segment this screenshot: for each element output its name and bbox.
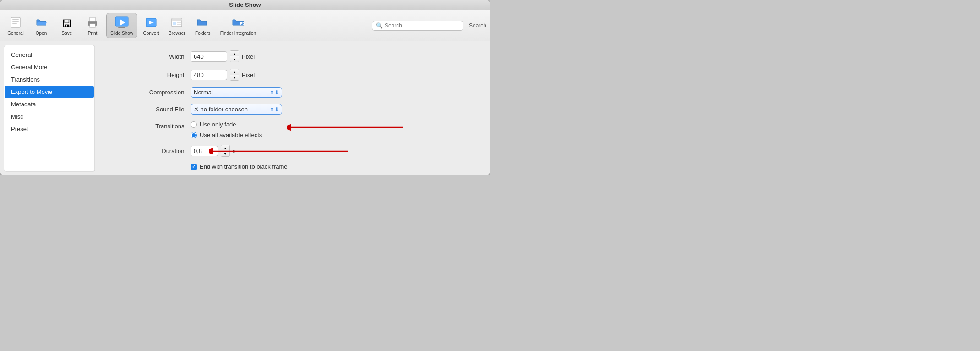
sidebar-item-general[interactable]: General — [5, 49, 94, 61]
height-label: Height: — [117, 71, 186, 78]
checkbox-row: End with transition to black frame — [117, 163, 472, 170]
width-up-button[interactable]: ▲ — [230, 51, 239, 56]
toolbar-item-print[interactable]: Print — [81, 13, 104, 38]
svg-text:EXT: EXT — [240, 22, 245, 26]
toolbar-label-convert: Convert — [143, 31, 159, 36]
height-row: Height: ▲ ▼ Pixel — [117, 69, 472, 81]
print-icon — [85, 15, 100, 30]
height-input-group: ▲ ▼ Pixel — [191, 69, 255, 81]
svg-text:🖫: 🖫 — [62, 18, 72, 29]
toolbar-item-convert[interactable]: Convert — [139, 13, 163, 38]
sound-file-select[interactable]: ✕ no folder choosen ⬆⬇ — [191, 104, 282, 115]
svg-rect-15 — [173, 22, 176, 25]
toolbar-item-finder[interactable]: EXT Finder Integration — [217, 13, 260, 38]
transitions-radio-group: Use only fade Use all available effects — [191, 121, 262, 138]
general-icon — [8, 15, 23, 30]
sidebar-item-misc[interactable]: Misc — [5, 110, 94, 123]
width-label: Width: — [117, 53, 186, 60]
end-black-frame-row: End with transition to black frame — [191, 163, 287, 170]
duration-down-button[interactable]: ▼ — [221, 151, 229, 156]
sidebar-item-general-more[interactable]: General More — [5, 61, 94, 73]
sidebar-item-transitions[interactable]: Transitions — [5, 73, 94, 86]
toolbar-label-save: Save — [62, 31, 72, 36]
search-icon: 🔍 — [376, 22, 383, 29]
width-down-button[interactable]: ▼ — [230, 56, 239, 62]
sidebar-item-metadata[interactable]: Metadata — [5, 98, 94, 110]
svg-rect-0 — [11, 17, 20, 27]
width-row: Width: ▲ ▼ Pixel — [117, 50, 472, 62]
sound-file-row: Sound File: ✕ no folder choosen ⬆⬇ — [117, 104, 472, 115]
duration-up-button[interactable]: ▲ — [221, 145, 229, 151]
open-icon — [34, 15, 49, 30]
width-input-group: ▲ ▼ Pixel — [191, 50, 255, 62]
compression-value: Normal — [194, 89, 213, 96]
duration-row: Duration: ▲ ▼ s — [117, 145, 472, 157]
search-input[interactable] — [385, 22, 459, 29]
svg-rect-6 — [90, 17, 95, 21]
sound-file-arrows-icon: ⬆⬇ — [270, 106, 279, 113]
finder-icon: EXT — [231, 15, 245, 30]
toolbar-item-save[interactable]: 🖫 Save — [55, 13, 79, 38]
transition-all-radio[interactable] — [191, 132, 197, 138]
transition-all-row: Use all available effects — [191, 132, 262, 138]
width-stepper[interactable]: ▲ ▼ — [230, 50, 239, 62]
arrow-annotation-1 — [287, 122, 406, 135]
compression-label: Compression: — [117, 89, 186, 96]
compression-input-group: Normal ⬆⬇ — [191, 87, 282, 98]
duration-label: Duration: — [117, 148, 186, 154]
app-window: Slide Show General Open 🖫 Save — [0, 0, 490, 176]
toolbar-item-open[interactable]: Open — [29, 13, 53, 38]
width-field[interactable] — [191, 51, 227, 62]
toolbar-label-slideshow: Slide Show — [110, 31, 133, 36]
compression-select[interactable]: Normal ⬆⬇ — [191, 87, 282, 98]
sidebar-item-export-to-movie[interactable]: Export to Movie — [5, 86, 94, 98]
duration-stepper[interactable]: ▲ ▼ — [221, 145, 230, 157]
svg-rect-3 — [12, 23, 17, 24]
convert-icon — [144, 15, 158, 30]
search-box[interactable]: 🔍 — [372, 21, 463, 31]
sidebar-item-preset[interactable]: Preset — [5, 123, 94, 135]
transition-all-label: Use all available effects — [200, 132, 262, 138]
browser-icon — [169, 15, 184, 30]
end-black-frame-checkbox[interactable] — [191, 164, 197, 170]
search-label: Search — [469, 22, 486, 29]
transition-fade-radio[interactable] — [191, 121, 197, 128]
slideshow-icon — [114, 15, 129, 30]
toolbar-item-slideshow[interactable]: Slide Show — [106, 13, 137, 38]
svg-rect-1 — [12, 19, 19, 20]
toolbar-label-print: Print — [88, 31, 98, 36]
duration-unit: s — [233, 148, 236, 154]
toolbar-label-open: Open — [36, 31, 47, 36]
toolbar-item-general[interactable]: General — [4, 13, 27, 38]
compression-row: Compression: Normal ⬆⬇ — [117, 87, 472, 98]
title-bar: Slide Show — [0, 0, 490, 10]
svg-rect-10 — [118, 27, 125, 28]
svg-rect-17 — [177, 24, 181, 25]
toolbar-item-browser[interactable]: Browser — [165, 13, 189, 38]
sound-file-input-group: ✕ no folder choosen ⬆⬇ — [191, 104, 282, 115]
toolbar-item-folders[interactable]: Folders — [191, 13, 215, 38]
compression-arrows-icon: ⬆⬇ — [270, 89, 279, 96]
height-field[interactable] — [191, 70, 227, 80]
save-icon: 🖫 — [60, 15, 74, 30]
end-black-frame-label: End with transition to black frame — [200, 163, 287, 170]
toolbar-label-folders: Folders — [195, 31, 210, 36]
sound-file-label: Sound File: — [117, 106, 186, 113]
height-unit: Pixel — [242, 71, 255, 78]
transitions-label: Transitions: — [117, 121, 186, 130]
transition-fade-row: Use only fade — [191, 121, 262, 128]
height-stepper[interactable]: ▲ ▼ — [230, 69, 239, 81]
sound-file-value: ✕ no folder choosen — [194, 106, 248, 113]
height-down-button[interactable]: ▼ — [230, 75, 239, 80]
duration-field[interactable] — [191, 146, 218, 156]
height-up-button[interactable]: ▲ — [230, 69, 239, 75]
folders-icon — [196, 15, 210, 30]
width-unit: Pixel — [242, 53, 255, 60]
toolbar: General Open 🖫 Save Print — [0, 10, 490, 41]
svg-rect-7 — [90, 24, 95, 27]
svg-rect-14 — [172, 18, 182, 21]
transition-fade-label: Use only fade — [200, 121, 236, 128]
svg-rect-2 — [12, 21, 19, 22]
svg-rect-16 — [177, 22, 181, 23]
toolbar-label-finder: Finder Integration — [220, 31, 256, 36]
